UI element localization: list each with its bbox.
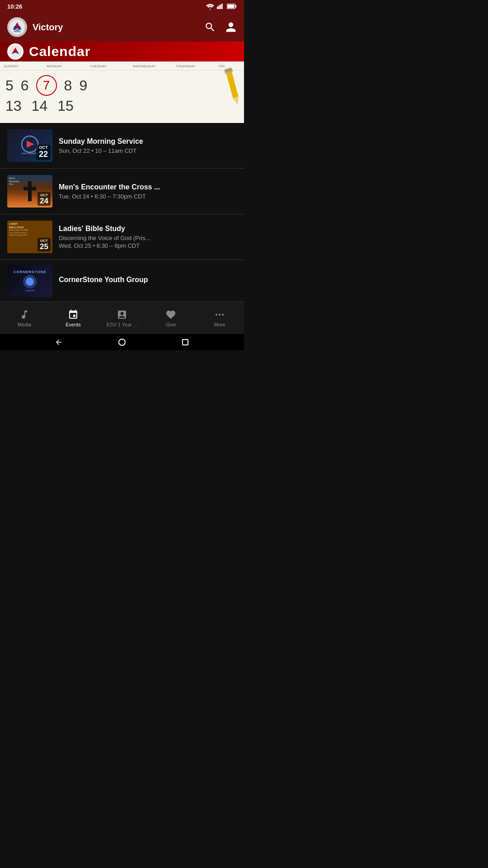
status-time: 10:26 <box>7 3 22 10</box>
home-button[interactable] <box>117 338 127 347</box>
event-title: CornerStone Youth Group <box>59 276 237 284</box>
svg-rect-0 <box>217 7 218 9</box>
battery-icon <box>227 4 237 9</box>
status-bar: 10:26 <box>0 0 244 13</box>
calendar-banner: Calendar SUNDAY MONDAY TUESDAY WEDNESDAY… <box>0 42 244 123</box>
svg-point-17 <box>216 314 217 316</box>
signal-icon <box>217 3 224 9</box>
calendar-icon <box>68 309 79 320</box>
event-item-partial[interactable]: CORNERSTONE YOUTH CornerStone Youth Grou… <box>0 260 244 302</box>
header-actions <box>204 21 237 33</box>
event-datetime: Sun, Oct 22 • 10 – 11am CDT <box>59 147 237 154</box>
victory-logo-svg: victory <box>9 19 25 35</box>
back-button[interactable] <box>54 338 63 347</box>
event-info: Ladies' Bible Study Discerning the Voice… <box>59 225 237 249</box>
event-info: CornerStone Youth Group <box>59 276 237 286</box>
calendar-grid: SUNDAY MONDAY TUESDAY WEDNESDAY THURSDAY… <box>0 61 244 123</box>
calendar-top-bar: Calendar <box>0 42 244 61</box>
svg-rect-1 <box>218 5 220 9</box>
nav-esv-label: ESV 1 Year ... <box>107 322 138 327</box>
svg-point-18 <box>219 314 221 316</box>
svg-point-19 <box>222 314 224 316</box>
nav-more[interactable]: More <box>195 302 244 334</box>
event-datetime: Wed, Oct 25 • 6:30 – 8pm CDT <box>59 242 237 249</box>
event-thumbnail: LADIES'BIBLE STUDY Wednesdays at 6:30PMi… <box>7 221 52 253</box>
svg-rect-2 <box>220 5 221 9</box>
recents-button[interactable] <box>181 338 190 347</box>
calendar-org-logo <box>7 43 23 60</box>
event-thumbnail: victory fellowship OCT 22 <box>7 129 52 162</box>
nav-give-label: Give <box>166 322 176 327</box>
nav-more-label: More <box>214 322 225 327</box>
search-icon[interactable] <box>204 21 216 33</box>
book-icon <box>117 309 127 320</box>
nav-give[interactable]: Give <box>146 302 195 334</box>
profile-icon[interactable] <box>225 21 237 33</box>
event-subtitle: Discerning the Voice of God (Pris... <box>59 235 237 241</box>
nav-events[interactable]: Events <box>49 302 98 334</box>
calendar-title: Calendar <box>29 44 90 59</box>
event-thumbnail: Men'sEncounterGro... OCT 24 <box>7 175 52 208</box>
bottom-nav: Media Events ESV 1 Year ... Give More <box>0 302 244 334</box>
app-title: Victory <box>33 22 204 33</box>
wifi-icon <box>206 3 214 9</box>
header: victory Victory <box>0 13 244 42</box>
svg-rect-5 <box>235 5 236 7</box>
events-list: victory fellowship OCT 22 Sunday Morning… <box>0 123 244 302</box>
status-icons <box>206 3 237 9</box>
event-datetime: Tue, Oct 24 • 6:30 – 7:30pm CDT <box>59 193 237 200</box>
event-title: Ladies' Bible Study <box>59 225 237 233</box>
app-logo: victory <box>7 17 27 37</box>
event-title: Sunday Morning Service <box>59 137 237 146</box>
nav-media-label: Media <box>18 322 31 327</box>
nav-media[interactable]: Media <box>0 302 49 334</box>
event-title: Men's Encounter the Cross ... <box>59 183 237 191</box>
event-item[interactable]: Men'sEncounterGro... OCT 24 Men's Encoun… <box>0 169 244 214</box>
svg-rect-6 <box>227 5 234 8</box>
more-icon <box>214 309 225 320</box>
event-item[interactable]: LADIES'BIBLE STUDY Wednesdays at 6:30PMi… <box>0 214 244 260</box>
event-info: Men's Encounter the Cross ... Tue, Oct 2… <box>59 183 237 200</box>
music-icon <box>19 309 30 320</box>
pencil-icon <box>221 66 244 108</box>
svg-rect-3 <box>221 4 223 9</box>
event-info: Sunday Morning Service Sun, Oct 22 • 10 … <box>59 137 237 154</box>
heart-icon <box>165 309 176 320</box>
svg-marker-12 <box>233 97 240 105</box>
nav-events-label: Events <box>66 322 81 327</box>
svg-text:victory: victory <box>14 30 21 33</box>
event-thumbnail: CORNERSTONE YOUTH <box>7 264 52 297</box>
android-nav-bar <box>0 334 244 350</box>
event-item[interactable]: victory fellowship OCT 22 Sunday Morning… <box>0 123 244 169</box>
nav-esv[interactable]: ESV 1 Year ... <box>98 302 146 334</box>
